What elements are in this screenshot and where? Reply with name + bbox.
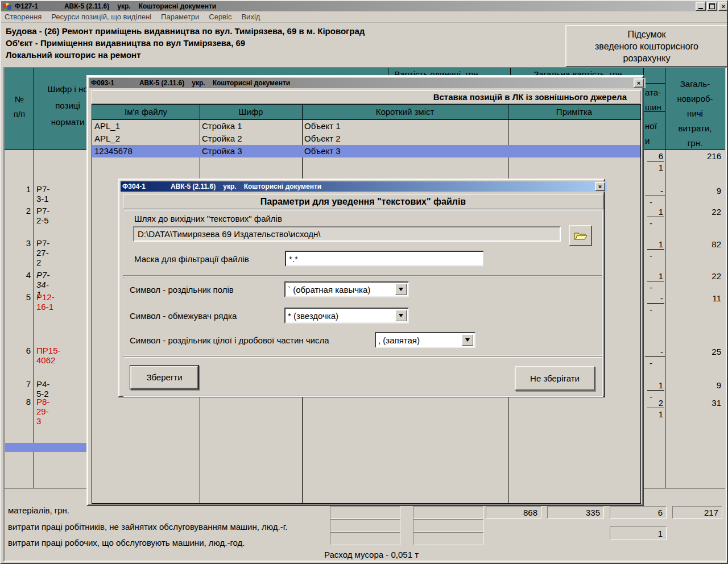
row-code: Р7-27-2 [36, 238, 49, 267]
file-row[interactable]: APL_1 Стройка 1 Объект 1 [92, 120, 640, 132]
estimate-header: Будова - (26) Ремонт приміщень видавницт… [3, 23, 562, 66]
overhead-value: 216 [667, 151, 721, 161]
close-button[interactable]: × [718, 2, 728, 11]
workers-label: витрати праці робітників, не зайнятих об… [8, 522, 287, 532]
menu-item-parameters[interactable]: Параметри [161, 13, 199, 21]
machine-hours-top: - [645, 293, 663, 303]
empty-total-cell [413, 532, 483, 545]
menu-bar: Створення Ресурси позицій, що виділені П… [1, 11, 728, 23]
machine-hours-top: 6 [645, 151, 663, 161]
dialog-form-code: Ф304-1 [122, 183, 146, 190]
app-icon [3, 2, 12, 10]
decimal-separator-combobox[interactable]: , (запятая) [375, 332, 475, 348]
machine-hours-bottom: - [650, 305, 668, 314]
dialog-lang: укр. [223, 183, 236, 190]
decimal-separator-value: , (запятая) [378, 335, 420, 345]
menu-item-exit[interactable]: Вихід [241, 13, 260, 21]
machine-hours-bottom: 1 [645, 409, 663, 419]
path-label: Шлях до вихідних "текстових" файлів [134, 214, 282, 223]
summary-calculation-button[interactable]: Підсумок зведеного кошторисного розрахун… [565, 25, 728, 67]
cell-summary: Объект 2 [302, 132, 508, 145]
materials-label: матеріалів, грн. [8, 505, 69, 515]
cell-summary: Объект 1 [302, 120, 508, 132]
path-input[interactable] [133, 226, 561, 242]
machine-hours-bottom: - [650, 197, 668, 207]
line-terminator-value: * (звездочка) [288, 311, 338, 321]
close-icon: × [722, 3, 725, 10]
overhead-value: 31 [667, 398, 721, 408]
dialog-titlebar: Ф304-1 АВК-5 (2.11.6) укр. Кошторисні до… [121, 181, 607, 192]
row-number: 1 [6, 184, 31, 194]
machine-hours-top: - [645, 186, 663, 196]
col-header-filename: Ім'я файлу [92, 105, 200, 119]
save-button[interactable]: Зберегти [130, 366, 198, 389]
file-row-selected[interactable]: 12345678 Стройка 3 Объект 3 [92, 145, 640, 157]
grid-line [644, 83, 665, 84]
chevron-down-icon [465, 338, 470, 342]
close-icon: × [637, 80, 640, 86]
row-number: 7 [6, 379, 31, 389]
overhead-value: 9 [667, 186, 721, 196]
discard-button[interactable]: Не зберігати [515, 366, 595, 391]
dialog-doc-type: Кошторисні документи [244, 183, 322, 190]
titlebar-lang: укр. [117, 2, 130, 10]
overhead-value: 25 [667, 347, 721, 356]
dropdown-button[interactable] [395, 284, 407, 295]
machine-hours-top: 2 [645, 398, 663, 408]
text-file-params-dialog: Ф304-1 АВК-5 (2.11.6) укр. Кошторисні до… [118, 179, 605, 397]
machine-hours-top: 1 [645, 239, 663, 249]
fraction-rule [647, 217, 664, 217]
decimal-separator-label: Символ - роздільник цілої і дробової час… [130, 335, 329, 345]
overhead-value: 82 [667, 239, 721, 249]
fraction-rule [645, 356, 665, 357]
fraction-rule [645, 196, 665, 196]
field-separator-combobox[interactable]: ` (обратная кавычка) [284, 281, 409, 297]
empty-total-cell [413, 506, 483, 519]
machine-total-cell: 1 [610, 526, 667, 540]
dialog-app-name: АВК-5 (2.11.6) [171, 183, 216, 190]
dialog-heading: Параметри для уведення "текстових" файлі… [123, 194, 603, 209]
dialog-close-button[interactable]: × [634, 78, 644, 88]
fraction-rule [647, 249, 664, 250]
cell-filename: APL_1 [92, 120, 200, 132]
cell-note [508, 120, 640, 132]
total-cell: 868 [486, 506, 541, 519]
machine-hours-bottom: - [650, 283, 668, 292]
col-header-summary: Короткий зміст [302, 105, 508, 119]
dropdown-button[interactable] [462, 334, 473, 346]
row-number: 5 [6, 292, 31, 302]
titlebar-form-code: Ф127-1 [15, 2, 38, 10]
minimize-button[interactable] [696, 2, 706, 11]
column-header-overhead: Загаль- новироб- ничі витрати, грн. [665, 77, 725, 151]
menu-item-service[interactable]: Сервіс [209, 13, 231, 21]
fraction-rule [647, 303, 664, 304]
line-terminator-combobox[interactable]: * (звездочка) [284, 308, 409, 324]
fraction-rule [647, 161, 664, 161]
fraction-rule [647, 281, 664, 281]
menu-item-resources[interactable]: Ресурси позицій, що виділені [51, 13, 151, 21]
menu-item-create[interactable]: Створення [5, 13, 42, 21]
minimize-icon [698, 8, 703, 9]
header-estimate-line: Локальний кошторис на ремонт [6, 50, 140, 60]
chevron-down-icon [399, 288, 403, 291]
titlebar-app-name: АВК-5 (2.11.6) [64, 2, 109, 10]
line-terminator-label: Символ - обмежувач рядка [130, 311, 237, 321]
close-icon: × [598, 184, 602, 190]
dialog-close-button[interactable]: × [595, 182, 605, 191]
file-row[interactable]: APL_2 Стройка 2 Объект 2 [92, 132, 640, 145]
empty-total-cell [330, 506, 400, 519]
browse-button[interactable] [569, 225, 592, 246]
field-separator-value: ` (обратная кавычка) [288, 285, 370, 295]
cell-cipher: Стройка 3 [200, 145, 302, 157]
chevron-down-icon [399, 314, 403, 317]
dropdown-button[interactable] [395, 310, 407, 321]
empty-total-cell [413, 519, 483, 532]
restore-button[interactable] [707, 2, 717, 11]
row-number: 3 [6, 238, 31, 248]
total-cell: 217 [672, 506, 722, 519]
mask-input[interactable] [285, 251, 484, 267]
cell-summary: Объект 3 [302, 145, 508, 157]
column-header-machines-top: ата- шин [645, 85, 664, 115]
row-code: Р8-29-3 [36, 397, 49, 426]
cell-filename: 12345678 [92, 145, 200, 157]
